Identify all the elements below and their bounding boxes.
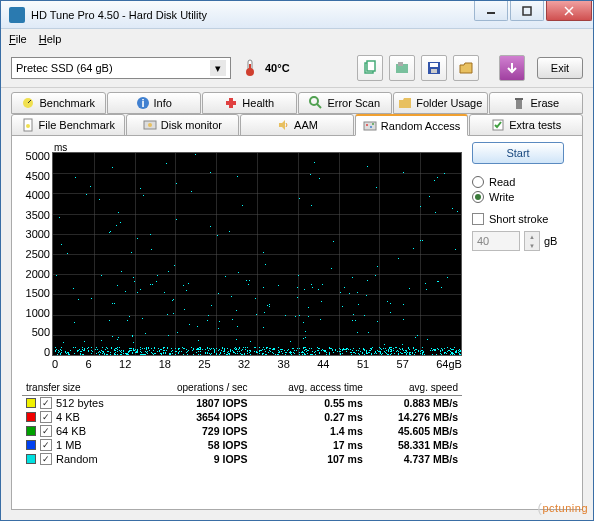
tab-info[interactable]: iInfo: [107, 92, 202, 114]
series-checkbox[interactable]: ✓: [40, 453, 52, 465]
temperature-value: 40°C: [265, 62, 290, 74]
access-value: 0.55 ms: [252, 396, 367, 411]
svg-rect-6: [249, 64, 251, 72]
menu-file[interactable]: File: [9, 33, 27, 45]
y-axis: 5000450040003500300025002000150010005000: [22, 142, 52, 372]
screenshot-button[interactable]: [389, 55, 415, 81]
svg-rect-18: [226, 101, 236, 105]
drive-select[interactable]: Pretec SSD (64 gB) ▾: [11, 57, 231, 79]
speed-value: 0.883 MB/s: [367, 396, 462, 411]
tab-file-benchmark[interactable]: File Benchmark: [11, 114, 125, 136]
toolbar: Pretec SSD (64 gB) ▾ 40°C Exit: [1, 49, 593, 88]
access-value: 17 ms: [252, 438, 367, 452]
chart-area: 5000450040003500300025002000150010005000…: [22, 142, 462, 372]
access-value: 1.4 ms: [252, 424, 367, 438]
speed-value: 4.737 MB/s: [367, 452, 462, 466]
scatter-plot: [52, 152, 462, 356]
thermometer-icon: [243, 59, 257, 77]
tabs: Benchmark iInfo Health Error Scan Folder…: [1, 88, 593, 136]
svg-rect-27: [364, 122, 376, 130]
save-button[interactable]: [421, 55, 447, 81]
checkbox-icon: [472, 213, 484, 225]
drive-select-value: Pretec SSD (64 gB): [16, 62, 113, 74]
table-row: ✓Random9 IOPS107 ms4.737 MB/s: [22, 452, 462, 466]
tab-folder-usage[interactable]: Folder Usage: [393, 92, 488, 114]
transfer-size-label: Random: [56, 453, 98, 465]
series-color-icon: [26, 412, 36, 422]
svg-point-19: [310, 97, 318, 105]
svg-rect-22: [515, 98, 523, 100]
series-color-icon: [26, 398, 36, 408]
iops-value: 9 IOPS: [142, 452, 252, 466]
col-access: avg. access time: [252, 380, 367, 396]
menu-help[interactable]: Help: [39, 33, 62, 45]
tab-random-access[interactable]: Random Access: [355, 114, 469, 136]
close-button[interactable]: [546, 1, 592, 21]
svg-rect-8: [367, 61, 375, 71]
svg-point-24: [26, 124, 30, 128]
access-value: 0.27 ms: [252, 410, 367, 424]
app-icon: [9, 7, 25, 23]
menubar: File Help: [1, 29, 593, 49]
tab-benchmark[interactable]: Benchmark: [11, 92, 106, 114]
svg-point-28: [366, 124, 368, 126]
svg-rect-10: [398, 62, 403, 66]
svg-rect-1: [523, 7, 531, 15]
svg-rect-12: [430, 63, 438, 67]
col-transfer-size: transfer size: [22, 380, 142, 396]
tab-error-scan[interactable]: Error Scan: [298, 92, 393, 114]
series-color-icon: [26, 426, 36, 436]
titlebar[interactable]: HD Tune Pro 4.50 - Hard Disk Utility: [1, 1, 593, 29]
tab-erase[interactable]: Erase: [489, 92, 584, 114]
transfer-size-label: 64 KB: [56, 425, 86, 437]
iops-value: 3654 IOPS: [142, 410, 252, 424]
short-stroke-field: 40 ▲▼ gB: [472, 231, 572, 251]
short-stroke-input[interactable]: 40: [472, 231, 520, 251]
svg-point-29: [370, 126, 372, 128]
series-color-icon: [26, 454, 36, 464]
exit-button[interactable]: Exit: [537, 57, 583, 79]
tab-extra-tests[interactable]: Extra tests: [469, 114, 583, 136]
series-color-icon: [26, 440, 36, 450]
tab-disk-monitor[interactable]: Disk monitor: [126, 114, 240, 136]
table-row: ✓1 MB58 IOPS17 ms58.331 MB/s: [22, 438, 462, 452]
series-checkbox[interactable]: ✓: [40, 397, 52, 409]
spinner[interactable]: ▲▼: [524, 231, 540, 251]
x-axis: 06121825323844515764gB: [52, 356, 462, 372]
short-stroke-unit: gB: [544, 235, 557, 247]
open-button[interactable]: [453, 55, 479, 81]
svg-point-30: [372, 123, 374, 125]
radio-read[interactable]: Read: [472, 176, 572, 188]
maximize-button[interactable]: [510, 1, 544, 21]
speed-value: 45.605 MB/s: [367, 424, 462, 438]
series-checkbox[interactable]: ✓: [40, 425, 52, 437]
download-button[interactable]: [499, 55, 525, 81]
checkbox-short-stroke[interactable]: Short stroke: [472, 213, 572, 225]
svg-rect-13: [431, 69, 437, 73]
minimize-button[interactable]: [474, 1, 508, 21]
side-controls: Start Read Write Short stroke 40 ▲▼ gB: [472, 142, 572, 503]
col-ops: operations / sec: [142, 380, 252, 396]
speed-value: 14.276 MB/s: [367, 410, 462, 424]
svg-rect-21: [516, 100, 522, 109]
content-panel: 5000450040003500300025002000150010005000…: [11, 135, 583, 510]
copy-button[interactable]: [357, 55, 383, 81]
radio-icon: [472, 191, 484, 203]
radio-write[interactable]: Write: [472, 191, 572, 203]
tab-health[interactable]: Health: [202, 92, 297, 114]
tab-aam[interactable]: AAM: [240, 114, 354, 136]
iops-value: 1807 IOPS: [142, 396, 252, 411]
watermark: (pctuning: [538, 500, 588, 515]
access-value: 107 ms: [252, 452, 367, 466]
series-checkbox[interactable]: ✓: [40, 439, 52, 451]
iops-value: 729 IOPS: [142, 424, 252, 438]
svg-line-20: [317, 104, 321, 108]
col-speed: avg. speed: [367, 380, 462, 396]
transfer-size-label: 512 bytes: [56, 397, 104, 409]
app-window: HD Tune Pro 4.50 - Hard Disk Utility Fil…: [0, 0, 594, 521]
table-row: ✓4 KB3654 IOPS0.27 ms14.276 MB/s: [22, 410, 462, 424]
transfer-size-label: 4 KB: [56, 411, 80, 423]
svg-point-26: [148, 123, 152, 127]
series-checkbox[interactable]: ✓: [40, 411, 52, 423]
start-button[interactable]: Start: [472, 142, 564, 164]
